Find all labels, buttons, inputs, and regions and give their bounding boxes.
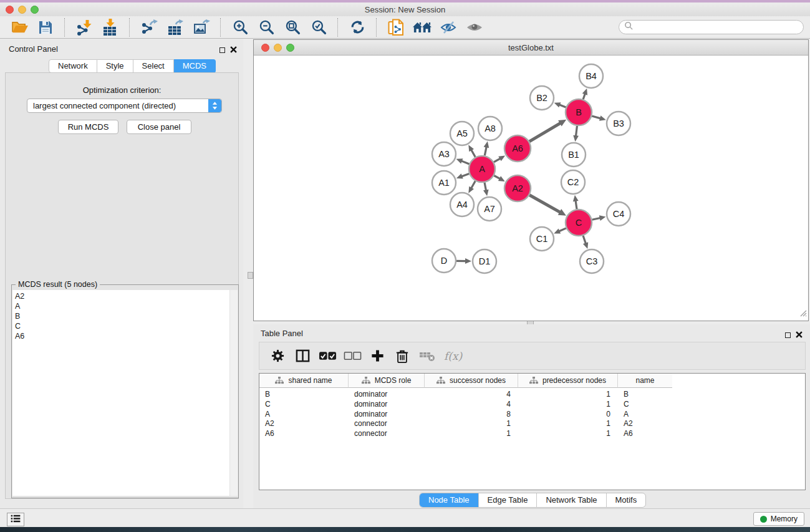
graph-node-D1[interactable]: D1: [473, 249, 496, 273]
cell-successor-nodes[interactable]: 1: [425, 429, 518, 439]
cell-successor-nodes[interactable]: 4: [425, 390, 518, 400]
open-file-icon[interactable]: [10, 18, 29, 37]
task-history-button[interactable]: [7, 513, 24, 526]
add-icon[interactable]: [367, 346, 388, 366]
graph-node-A2[interactable]: A2: [504, 175, 531, 201]
table-row-C[interactable]: Cdominator41C: [259, 400, 805, 410]
column-icon[interactable]: [292, 346, 313, 366]
table-row-A[interactable]: Adominator80A: [259, 410, 805, 420]
graph-edge-C-C3[interactable]: [583, 236, 588, 249]
column-header-successor-nodes[interactable]: successor nodes: [425, 374, 518, 388]
cell-name[interactable]: A2: [618, 419, 672, 429]
tab-select[interactable]: Select: [133, 59, 174, 73]
float-table-panel-icon[interactable]: [785, 332, 791, 338]
table-row-A2[interactable]: A2connector11A2: [259, 419, 805, 429]
vertical-splitter-handle[interactable]: [248, 272, 253, 279]
graph-node-A1[interactable]: A1: [432, 171, 456, 195]
result-scrollbar[interactable]: [229, 290, 238, 496]
memory-button[interactable]: Memory: [753, 512, 804, 526]
cell-successor-nodes[interactable]: 1: [425, 419, 518, 429]
run-mcds-button[interactable]: Run MCDS: [58, 120, 118, 134]
column-header-predecessor-nodes[interactable]: predecessor nodes: [518, 374, 618, 388]
graph-edge-A-A8[interactable]: [484, 142, 489, 156]
graph-edge-A-A4[interactable]: [468, 181, 475, 193]
graph-edge-B-B1[interactable]: [573, 126, 579, 142]
network-window-titlebar[interactable]: testGlobe.txt: [254, 40, 808, 56]
search-box[interactable]: [619, 20, 804, 34]
graph-edge-A-A5[interactable]: [468, 145, 475, 157]
graph-edge-C-C2[interactable]: [573, 195, 579, 209]
graph-edge-A6-B[interactable]: [529, 120, 566, 142]
zoom-out-icon[interactable]: [257, 18, 276, 37]
cell-shared-name[interactable]: C: [259, 400, 349, 410]
export-image-icon[interactable]: [192, 18, 211, 37]
export-network-icon[interactable]: [140, 18, 158, 37]
resize-grip-icon[interactable]: [797, 307, 807, 319]
mcds-result-item[interactable]: A6: [15, 331, 229, 341]
table-row-A6[interactable]: A6connector11A6: [259, 429, 805, 439]
cell-successor-nodes[interactable]: 4: [425, 400, 518, 410]
mcds-result-item[interactable]: C: [15, 321, 229, 331]
close-panel-icon[interactable]: [230, 44, 237, 56]
cell-shared-name[interactable]: A6: [259, 429, 349, 439]
duplicate-network-icon[interactable]: [387, 18, 405, 37]
cell-shared-name[interactable]: B: [259, 390, 349, 400]
graph-edge-B-B2[interactable]: [554, 102, 566, 107]
graph-node-A4[interactable]: A4: [450, 193, 474, 216]
graph-node-A6[interactable]: A6: [504, 135, 531, 162]
cell-MCDS-role[interactable]: dominator: [349, 400, 425, 410]
mcds-result-item[interactable]: A2: [15, 291, 229, 301]
close-panel-button[interactable]: Close panel: [127, 120, 191, 134]
graph-node-C3[interactable]: C3: [580, 249, 604, 273]
gear-icon[interactable]: [267, 346, 288, 366]
graph-node-C4[interactable]: C4: [607, 202, 630, 226]
select-all-icon[interactable]: [317, 346, 338, 366]
tab-node-table[interactable]: Node Table: [420, 493, 479, 507]
zoom-selected-icon[interactable]: [309, 18, 328, 37]
float-panel-icon[interactable]: [219, 47, 225, 53]
graph-edge-A-A7[interactable]: [483, 183, 489, 196]
column-header-name[interactable]: name: [618, 374, 672, 388]
function-builder-icon[interactable]: f(x): [444, 350, 462, 362]
export-table-icon[interactable]: [166, 18, 185, 37]
table-row-B[interactable]: Bdominator41B: [259, 390, 805, 400]
eye-slash-icon[interactable]: [439, 18, 458, 37]
graph-node-D[interactable]: D: [432, 249, 456, 273]
tab-network[interactable]: Network: [49, 59, 97, 73]
cell-name[interactable]: A: [618, 410, 672, 420]
optimization-criterion-select[interactable]: largest connected component (directed): [27, 99, 222, 113]
graph-node-B4[interactable]: B4: [579, 64, 603, 88]
cell-shared-name[interactable]: A2: [259, 419, 349, 429]
graph-node-A[interactable]: A: [469, 156, 495, 182]
cell-predecessor-nodes[interactable]: 1: [518, 429, 618, 439]
mcds-result-list[interactable]: A2ABCA6: [12, 290, 229, 496]
graph-node-B3[interactable]: B3: [607, 112, 630, 135]
cell-MCDS-role[interactable]: connector: [349, 419, 425, 429]
column-header-shared-name[interactable]: shared name: [259, 374, 349, 388]
cell-predecessor-nodes[interactable]: 1: [518, 390, 618, 400]
graph-edge-A-A2[interactable]: [494, 176, 504, 182]
graph-node-A5[interactable]: A5: [450, 122, 474, 145]
mcds-result-item[interactable]: B: [15, 311, 229, 321]
tab-mcds[interactable]: MCDS: [174, 59, 216, 73]
delete-table-icon[interactable]: [417, 346, 438, 366]
graph-edge-C-C4[interactable]: [592, 215, 605, 221]
graph-node-C[interactable]: C: [566, 210, 592, 236]
refresh-icon[interactable]: [348, 18, 367, 37]
home-icon[interactable]: [413, 18, 432, 37]
search-input[interactable]: [637, 22, 798, 32]
graph-node-A8[interactable]: A8: [478, 117, 502, 140]
cell-shared-name[interactable]: A: [259, 410, 349, 420]
graph-edge-A-A1[interactable]: [456, 173, 470, 178]
cell-name[interactable]: A6: [618, 429, 672, 439]
network-graph[interactable]: B4B2BB3A8A5A6A3B1AC2A1A2A4A7C4CC1DD1C3: [254, 56, 808, 321]
graph-edge-D-D1[interactable]: [456, 258, 471, 264]
graph-edge-A-A3[interactable]: [456, 158, 470, 164]
graph-node-B[interactable]: B: [566, 99, 592, 125]
cell-successor-nodes[interactable]: 8: [425, 410, 518, 420]
network-canvas[interactable]: B4B2BB3A8A5A6A3B1AC2A1A2A4A7C4CC1DD1C3: [254, 56, 808, 321]
save-icon[interactable]: [36, 18, 55, 37]
column-header-MCDS-role[interactable]: MCDS role: [349, 374, 425, 388]
graph-node-B2[interactable]: B2: [530, 86, 554, 110]
tab-edge-table[interactable]: Edge Table: [479, 493, 538, 507]
